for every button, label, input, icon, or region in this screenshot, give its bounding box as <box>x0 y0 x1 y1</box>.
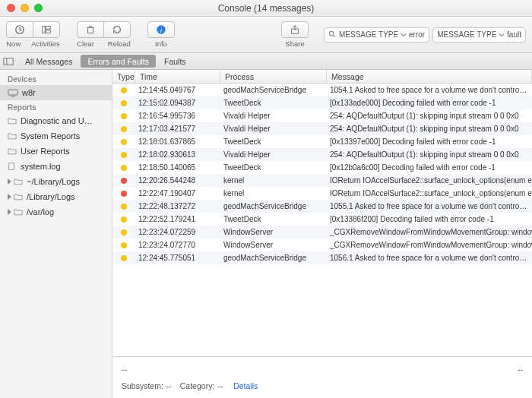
row-process: TweetDeck <box>220 215 327 223</box>
error-icon <box>121 126 127 132</box>
row-time: 12:17:03.421577 <box>135 125 220 133</box>
titlebar: Console (14 messages) <box>0 0 532 17</box>
sidebar-item-label: Diagnostic and U… <box>21 116 93 125</box>
row-process: kernel <box>220 189 327 197</box>
table-row[interactable]: 12:22:52.179241TweetDeck[0x13386f200] De… <box>112 213 532 226</box>
row-time: 12:22:47.190407 <box>135 189 220 197</box>
col-process[interactable]: Process <box>220 70 327 83</box>
row-message: 1054.1 Asked to free space for a volume … <box>327 86 532 94</box>
error-icon <box>121 100 127 106</box>
row-message: IOReturn IOAccelSurface2::surface_unlock… <box>327 176 532 185</box>
table-row[interactable]: 12:22:48.137272geodMachServiceBridge1055… <box>112 200 532 213</box>
row-process: kernel <box>220 176 327 185</box>
col-message[interactable]: Message <box>327 70 532 83</box>
table-row[interactable]: 12:18:02.930613Vivaldi Helper254: AQDefa… <box>112 148 532 161</box>
sidebar-item-system-reports[interactable]: System Reports <box>0 128 112 144</box>
now-button[interactable] <box>6 21 33 38</box>
sidebar-item-label: /var/log <box>27 207 54 216</box>
sidebar-item-library-logs[interactable]: /Library/Logs <box>0 189 112 204</box>
table-row[interactable]: 12:23:24.072259WindowServer_CGXRemoveWin… <box>112 226 532 238</box>
details-link[interactable]: Details <box>233 381 258 390</box>
svg-rect-2 <box>46 27 50 30</box>
row-time: 12:18:01.637865 <box>135 137 220 146</box>
table-row[interactable]: 12:14:45.049767geodMachServiceBridge1054… <box>112 84 532 96</box>
tab-all-messages[interactable]: All Messages <box>18 55 79 68</box>
error-icon <box>121 204 127 210</box>
search-label: MESSAGE TYPE <box>339 30 398 39</box>
row-message: _CGXRemoveWindowFromWindowMovementGroup:… <box>327 241 532 249</box>
table-row[interactable]: 12:15:02.094387TweetDeck[0x133ade000] De… <box>112 96 532 109</box>
sidebar-device[interactable]: w8r <box>0 85 112 100</box>
clear-label: Clear <box>77 39 94 48</box>
row-process: geodMachServiceBridge <box>220 86 327 94</box>
table-row[interactable]: 12:23:24.072770WindowServer_CGXRemoveWin… <box>112 238 532 251</box>
row-process: WindowServer <box>220 241 327 249</box>
subsystem-value: -- <box>166 381 172 390</box>
row-time: 12:22:52.179241 <box>135 215 220 223</box>
svg-rect-11 <box>8 90 17 95</box>
folder-icon <box>8 117 17 125</box>
category-value: -- <box>217 381 223 390</box>
row-message: 254: AQDefaultOutput (1): skipping input… <box>327 150 532 159</box>
folder-icon <box>8 132 17 140</box>
fault-icon <box>121 178 127 184</box>
row-message: _CGXRemoveWindowFromWindowMovementGroup:… <box>327 228 532 236</box>
share-label: Share <box>285 39 304 48</box>
activities-label: Activities <box>31 39 59 48</box>
table-row[interactable]: 12:20:26.544248kernelIOReturn IOAccelSur… <box>112 174 532 187</box>
row-time: 12:24:45.775051 <box>135 254 220 262</box>
svg-rect-1 <box>43 27 46 33</box>
sidebar-item-label: System Reports <box>21 131 80 141</box>
sidebar-toggle-icon[interactable] <box>3 56 14 67</box>
category-label: Category: <box>180 381 215 390</box>
row-process: WindowServer <box>220 228 327 236</box>
detail-pane: -- -- Subsystem: -- Category: -- Details <box>112 356 532 398</box>
reload-label: Reload <box>108 39 131 48</box>
now-label: Now <box>6 39 21 48</box>
disclosure-icon[interactable] <box>8 178 11 185</box>
share-button[interactable] <box>281 21 309 38</box>
row-message: 254: AQDefaultOutput (1): skipping input… <box>327 125 532 133</box>
row-message: [0x133ade000] Decoding failed with error… <box>327 99 532 107</box>
log-rows: 12:14:45.049767geodMachServiceBridge1054… <box>112 84 532 264</box>
column-headers: Type Time Process Message <box>112 70 532 84</box>
disclosure-icon[interactable] <box>8 194 11 200</box>
search-filter-fault[interactable]: MESSAGE TYPE fault <box>432 27 526 43</box>
info-button[interactable]: i <box>147 21 175 38</box>
search-filter-error[interactable]: MESSAGE TYPE error <box>324 27 429 43</box>
detail-empty: -- <box>122 365 127 374</box>
sidebar-item-diagnostic[interactable]: Diagnostic and U… <box>0 113 112 128</box>
col-type[interactable]: Type <box>112 70 135 83</box>
table-row[interactable]: 12:17:03.421577Vivaldi Helper254: AQDefa… <box>112 122 532 135</box>
row-process: Vivaldi Helper <box>220 150 327 159</box>
table-row[interactable]: 12:24:45.775051geodMachServiceBridge1056… <box>112 251 532 264</box>
row-process: TweetDeck <box>220 163 327 172</box>
table-row[interactable]: 12:16:54.995736Vivaldi Helper254: AQDefa… <box>112 109 532 122</box>
error-icon <box>121 113 127 119</box>
row-time: 12:14:45.049767 <box>135 86 220 94</box>
tab-faults[interactable]: Faults <box>157 55 193 68</box>
activities-button[interactable] <box>33 21 60 38</box>
table-row[interactable]: 12:22:47.190407kernelIOReturn IOAccelSur… <box>112 187 532 200</box>
clear-button[interactable] <box>77 21 104 38</box>
chevron-down-icon <box>401 32 407 38</box>
sidebar-item-system-log[interactable]: system.log <box>0 159 112 174</box>
search-icon <box>328 30 337 39</box>
tab-errors-faults[interactable]: Errors and Faults <box>81 55 156 68</box>
file-icon <box>8 163 17 170</box>
disclosure-icon[interactable] <box>8 209 11 215</box>
subsystem-label: Subsystem: <box>122 381 163 390</box>
toolbar: NowActivities ClearReload i Info Share M… <box>0 17 532 53</box>
row-message: 254: AQDefaultOutput (1): skipping input… <box>327 112 532 120</box>
table-row[interactable]: 12:18:50.140065TweetDeck[0x12b0a6c00] De… <box>112 161 532 174</box>
search-value: fault <box>507 30 521 39</box>
svg-point-8 <box>329 31 334 36</box>
sidebar-item-var-log[interactable]: /var/log <box>0 204 112 220</box>
table-row[interactable]: 12:18:01.637865TweetDeck[0x13397e000] De… <box>112 135 532 148</box>
reload-button[interactable] <box>103 21 131 38</box>
sidebar-item-user-reports[interactable]: User Reports <box>0 144 112 159</box>
sidebar-item-home-logs[interactable]: ~/Library/Logs <box>0 174 112 189</box>
col-time[interactable]: Time <box>135 70 220 83</box>
row-time: 12:18:50.140065 <box>135 163 220 172</box>
sidebar: Devices w8r Reports Diagnostic and U… Sy… <box>0 70 112 398</box>
